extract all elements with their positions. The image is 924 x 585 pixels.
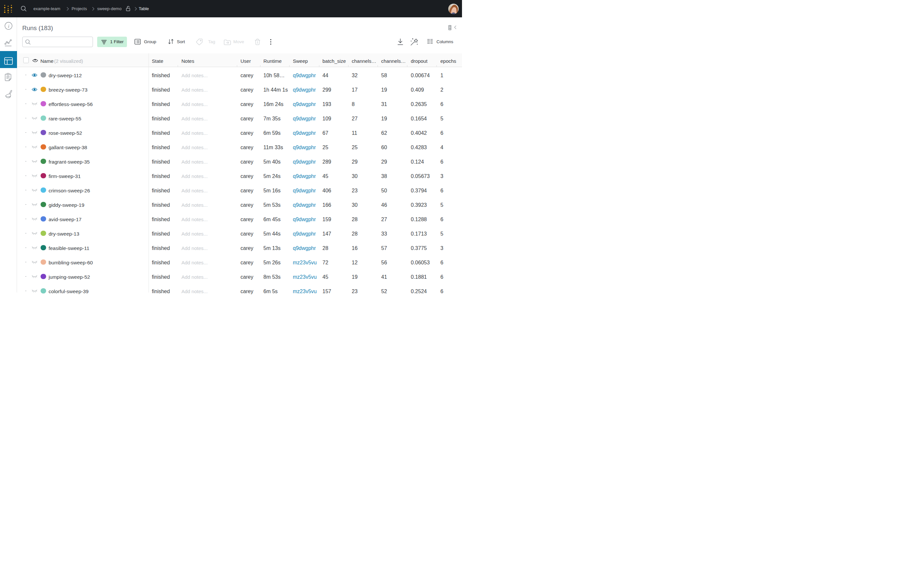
svg-text:i: i (8, 23, 9, 28)
